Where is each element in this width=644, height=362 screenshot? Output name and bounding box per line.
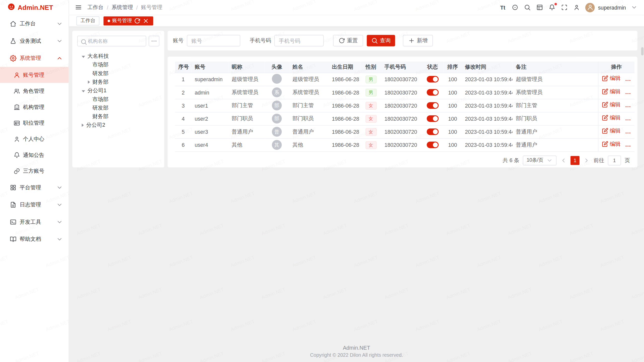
- search-button[interactable]: 查询: [367, 35, 395, 47]
- edit-button[interactable]: 编辑: [601, 101, 620, 108]
- sidebar-item-platform[interactable]: 平台管理: [0, 179, 69, 196]
- cell-remark: 超级管理员: [513, 73, 598, 86]
- status-toggle[interactable]: [427, 142, 438, 148]
- theme-icon[interactable]: [536, 3, 543, 12]
- cell-remark: 部门职员: [513, 112, 598, 125]
- tree-node[interactable]: 分公司1: [77, 86, 159, 95]
- tree-node[interactable]: 分公司2: [77, 121, 159, 129]
- tree-node[interactable]: 研发部: [77, 103, 159, 112]
- more-actions-icon[interactable]: [625, 130, 631, 136]
- status-toggle[interactable]: [427, 76, 438, 83]
- sidebar-item-position[interactable]: 职位管理: [0, 115, 69, 131]
- status-toggle[interactable]: [427, 115, 438, 122]
- prev-page-button[interactable]: [560, 157, 567, 163]
- more-actions-icon[interactable]: [625, 143, 631, 149]
- goto-page-input[interactable]: [608, 155, 621, 165]
- more-options-button[interactable]: [149, 36, 159, 46]
- cell-account: admin: [191, 86, 228, 99]
- caret-right-icon[interactable]: [82, 123, 84, 127]
- sidebar-item-help-docs[interactable]: 帮助文档: [0, 231, 69, 248]
- tree-node[interactable]: 财务部: [77, 78, 159, 86]
- sidebar-item-system[interactable]: 系统管理: [0, 50, 69, 67]
- cell-index: 5: [175, 125, 191, 138]
- sidebar-item-org[interactable]: 机构管理: [0, 99, 69, 115]
- phone-input[interactable]: [274, 35, 324, 47]
- tree-node[interactable]: 市场部: [77, 95, 159, 103]
- next-page-button[interactable]: [583, 157, 590, 163]
- page-size-select[interactable]: 10条/页: [523, 155, 556, 165]
- refresh-icon[interactable]: [134, 17, 140, 24]
- logo[interactable]: Admin.NET: [0, 0, 69, 15]
- cell-name: 部门职员: [289, 112, 329, 125]
- cell-order: 100: [444, 138, 462, 151]
- edit-button[interactable]: 编辑: [601, 75, 620, 82]
- sidebar-item-business-test[interactable]: 业务测试: [0, 32, 69, 50]
- cell-remark: 部门主管: [513, 99, 598, 112]
- account-input[interactable]: [187, 35, 240, 47]
- scrollbar-thumb[interactable]: [641, 47, 644, 56]
- tab-label: 工作台: [80, 17, 95, 24]
- edit-button[interactable]: 编辑: [601, 127, 620, 134]
- gender-badge: 女: [365, 115, 376, 122]
- more-actions-icon[interactable]: [625, 77, 631, 84]
- caret-down-icon[interactable]: [82, 56, 85, 58]
- person-icon: [14, 136, 20, 142]
- tree-node[interactable]: 市场部: [77, 60, 159, 69]
- breadcrumb-item[interactable]: 工作台: [88, 4, 104, 11]
- tree-node[interactable]: 财务部: [77, 112, 159, 121]
- edit-button[interactable]: 编辑: [601, 114, 620, 121]
- font-size-icon[interactable]: Tt: [499, 3, 506, 12]
- tab-workbench[interactable]: 工作台: [76, 16, 99, 25]
- chevron-down-icon: [56, 202, 63, 208]
- search-icon[interactable]: [524, 3, 531, 12]
- sidebar-item-role[interactable]: 角色管理: [0, 83, 69, 99]
- org-search-input[interactable]: [77, 36, 146, 46]
- footer-title: Admin.NET: [69, 345, 644, 351]
- fullscreen-icon[interactable]: [561, 3, 568, 12]
- column-header: 昵称: [228, 62, 265, 73]
- sidebar-item-notice[interactable]: 通知公告: [0, 147, 69, 163]
- caret-down-icon[interactable]: [82, 90, 85, 92]
- breadcrumb-item[interactable]: 系统管理: [111, 4, 133, 11]
- status-toggle[interactable]: [427, 128, 438, 135]
- status-toggle[interactable]: [427, 89, 438, 96]
- add-button[interactable]: 新增: [403, 35, 433, 47]
- caret-right-icon[interactable]: [88, 80, 90, 83]
- reset-button[interactable]: 重置: [333, 35, 363, 47]
- cell-actions: 编辑: [598, 138, 634, 151]
- notification-icon[interactable]: [548, 3, 556, 12]
- tree-node[interactable]: 大名科技: [77, 52, 159, 60]
- sidebar-item-label: 职位管理: [23, 119, 44, 126]
- language-icon[interactable]: [511, 3, 519, 12]
- edit-icon: [601, 115, 608, 121]
- tab-account[interactable]: 账号管理: [103, 16, 153, 25]
- status-toggle[interactable]: [427, 102, 438, 109]
- sidebar-item-devtools[interactable]: 开发工具: [0, 213, 69, 231]
- breadcrumb-separator: /: [107, 4, 108, 10]
- tree-node[interactable]: 研发部: [77, 69, 159, 77]
- cell-status: [421, 99, 444, 112]
- sidebar-item-label: 工作台: [20, 20, 56, 27]
- page-number-button[interactable]: 1: [571, 156, 580, 165]
- sidebar-item-logs[interactable]: 日志管理: [0, 196, 69, 213]
- more-actions-icon[interactable]: [625, 103, 631, 110]
- edit-label: 编辑: [610, 75, 620, 82]
- cell-gender: 女: [360, 99, 381, 112]
- cell-nickname: 系统管理员: [228, 86, 265, 99]
- username[interactable]: superadmin: [598, 4, 626, 10]
- menu-toggle-icon[interactable]: [75, 4, 82, 11]
- more-actions-icon[interactable]: [625, 116, 631, 123]
- cell-actions: 编辑: [598, 99, 634, 112]
- edit-button[interactable]: 编辑: [601, 141, 620, 148]
- cell-birthdate: 1986-06-28: [329, 73, 360, 86]
- edit-button[interactable]: 编辑: [601, 88, 620, 95]
- more-actions-icon[interactable]: [625, 90, 631, 97]
- sidebar-item-profile[interactable]: 个人中心: [0, 131, 69, 147]
- user-center-icon[interactable]: [573, 3, 580, 12]
- sidebar-item-workbench[interactable]: 工作台: [0, 15, 69, 32]
- sidebar-item-third-party[interactable]: 三方账号: [0, 163, 69, 179]
- sidebar-item-label: 平台管理: [20, 184, 56, 191]
- close-icon[interactable]: [143, 17, 149, 24]
- user-avatar[interactable]: [585, 3, 595, 12]
- sidebar-item-account[interactable]: 账号管理: [0, 67, 69, 83]
